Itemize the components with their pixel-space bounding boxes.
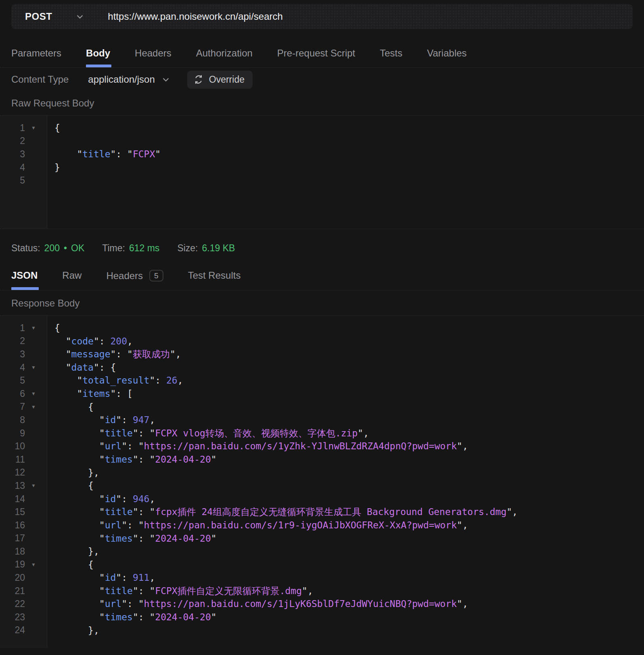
- code-line: "times": "2024-04-20": [54, 453, 644, 466]
- response-body-editor[interactable]: 1▼234▼56▼7▼8910111213▼141516171819▼20212…: [0, 316, 644, 648]
- fold-toggle-icon[interactable]: ▼: [25, 562, 42, 567]
- gutter-row: 5: [0, 174, 47, 187]
- status-label: Status:: [11, 243, 40, 254]
- line-number: 20: [0, 572, 25, 583]
- gutter-row: 7▼: [0, 401, 47, 414]
- tab-test-results[interactable]: Test Results: [188, 261, 241, 290]
- code-line: "id": 947,: [54, 413, 644, 427]
- override-button[interactable]: Override: [187, 71, 253, 89]
- gutter-row: 4: [0, 161, 47, 174]
- code-line: "message": "获取成功",: [54, 348, 644, 361]
- tab-label: Pre-request Script: [277, 48, 355, 59]
- code-line: },: [54, 545, 644, 558]
- time-label: Time:: [102, 243, 125, 254]
- gutter-row: 12: [0, 466, 47, 480]
- tab-parameters[interactable]: Parameters: [11, 39, 61, 67]
- tab-headers[interactable]: Headers: [135, 39, 171, 67]
- status-bullet: •: [64, 243, 67, 254]
- tab-label: Headers: [135, 48, 171, 59]
- fold-toggle-icon[interactable]: ▼: [25, 125, 42, 131]
- code-line: [54, 135, 644, 148]
- fold-toggle-icon[interactable]: ▼: [25, 325, 42, 331]
- gutter-row: 22: [0, 597, 47, 611]
- url-input[interactable]: https://www.pan.noisework.cn/api/search: [108, 11, 283, 22]
- code-line: }: [54, 161, 644, 174]
- content-type-row: Content Type application/json Override: [0, 68, 644, 90]
- line-number: 8: [0, 415, 25, 426]
- line-number: 21: [0, 586, 25, 597]
- line-number: 4: [0, 162, 25, 173]
- tab-label: Headers: [106, 270, 143, 282]
- line-number: 6: [0, 388, 25, 399]
- line-number: 2: [0, 136, 25, 146]
- gutter-row: 3: [0, 148, 47, 161]
- code-line: "items": [: [54, 387, 644, 401]
- tab-pre-request-script[interactable]: Pre-request Script: [277, 39, 355, 67]
- line-number: 1: [0, 323, 25, 334]
- content-type-value: application/json: [88, 74, 155, 85]
- line-number: 15: [0, 507, 25, 517]
- tab-headers[interactable]: Headers5: [106, 261, 163, 290]
- fold-toggle-icon[interactable]: ▼: [25, 483, 42, 488]
- code-line: "title": "FCPX插件自定义无限循环背景.dmg",: [54, 584, 644, 598]
- line-number: 7: [0, 401, 25, 412]
- request-url-bar: POST https://www.pan.noisework.cn/api/se…: [11, 4, 633, 29]
- response-status-bar: Status: 200 • OK Time: 612 ms Size: 6.19…: [0, 229, 644, 261]
- line-number: 18: [0, 546, 25, 557]
- line-number: 10: [0, 441, 25, 452]
- tab-json[interactable]: JSON: [11, 261, 38, 290]
- fold-toggle-icon[interactable]: ▼: [25, 391, 42, 396]
- line-number: 3: [0, 349, 25, 360]
- tab-label: Variables: [427, 48, 466, 59]
- gutter-row: 9: [0, 427, 47, 440]
- line-number: 24: [0, 625, 25, 636]
- line-number: 16: [0, 520, 25, 531]
- tab-raw[interactable]: Raw: [62, 261, 82, 290]
- fold-toggle-icon[interactable]: ▼: [25, 404, 42, 410]
- chevron-down-icon: [161, 75, 170, 84]
- code-line: {: [54, 479, 644, 492]
- content-type-label: Content Type: [11, 74, 69, 85]
- fold-toggle-icon[interactable]: ▼: [25, 365, 42, 370]
- request-editor-code: { "title": "FCPX"}: [47, 116, 644, 229]
- tab-body[interactable]: Body: [86, 39, 110, 67]
- tab-tests[interactable]: Tests: [380, 39, 402, 67]
- gutter-row: 16: [0, 519, 47, 532]
- line-number: 23: [0, 612, 25, 623]
- status-code: 200: [44, 243, 60, 254]
- gutter-row: 18: [0, 545, 47, 558]
- tab-label: Parameters: [11, 48, 61, 59]
- request-body-editor[interactable]: 1▼2345 { "title": "FCPX"}: [0, 116, 644, 229]
- code-line: {: [54, 401, 644, 414]
- gutter-row: 15: [0, 505, 47, 519]
- tab-authorization[interactable]: Authorization: [196, 39, 253, 67]
- tab-variables[interactable]: Variables: [427, 39, 466, 67]
- code-line: {: [54, 121, 644, 135]
- gutter-row: 1▼: [0, 321, 47, 335]
- code-line: "id": 911,: [54, 571, 644, 584]
- gutter-row: 8: [0, 413, 47, 427]
- gutter-row: 21: [0, 584, 47, 598]
- gutter-row: 17: [0, 532, 47, 545]
- response-tabs: JSONRawHeaders5Test Results: [0, 261, 644, 290]
- method-select[interactable]: POST: [11, 11, 84, 22]
- line-number: 17: [0, 533, 25, 544]
- tab-label: Tests: [380, 48, 402, 59]
- gutter-row: 11: [0, 453, 47, 466]
- request-tabs: ParametersBodyHeadersAuthorizationPre-re…: [0, 39, 644, 68]
- gutter-row: 1▼: [0, 121, 47, 135]
- tab-label: JSON: [11, 270, 38, 281]
- code-line: "url": "https://pan.baidu.com/s/1jLyK6Sb…: [54, 597, 644, 611]
- tab-label: Authorization: [196, 48, 253, 59]
- code-line: "total_result": 26,: [54, 374, 644, 387]
- request-body-heading: Raw Request Body: [0, 90, 644, 115]
- line-number: 2: [0, 336, 25, 346]
- content-type-select[interactable]: application/json: [88, 74, 170, 85]
- code-line: "title": "FCPX": [54, 148, 644, 161]
- line-number: 1: [0, 123, 25, 134]
- gutter-row: 2: [0, 135, 47, 148]
- status-text: OK: [71, 243, 84, 254]
- code-line: "times": "2024-04-20": [54, 611, 644, 624]
- gutter-row: 2: [0, 335, 47, 348]
- headers-count-badge: 5: [149, 270, 163, 282]
